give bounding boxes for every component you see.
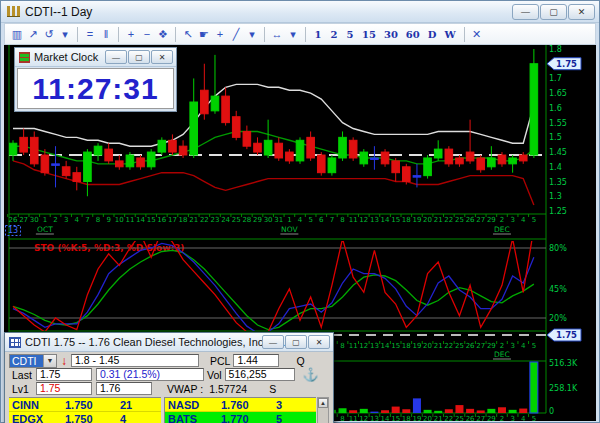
pointer-tool-icon[interactable]: ↖ — [180, 25, 196, 43]
level2-cell: 3 — [276, 398, 316, 411]
svg-text:5: 5 — [532, 216, 536, 224]
quote-window-body: CDTI ▼ ↓ 1.8 - 1.45 PCL 1.44 Q Last 1.75… — [7, 353, 331, 423]
draw-tool-dropdown-icon[interactable]: ▾ — [244, 25, 260, 43]
lv1-label: Lv1 — [9, 383, 36, 395]
horizontal-line-tool-icon[interactable]: = — [82, 25, 98, 43]
level2-cell: 4 — [120, 412, 160, 423]
svg-text:1.75: 1.75 — [556, 59, 577, 69]
svg-text:1.45: 1.45 — [549, 148, 567, 157]
svg-text:15: 15 — [147, 216, 156, 224]
close-chart-icon[interactable]: ✕ — [469, 25, 485, 43]
chart-style-dropdown-icon[interactable]: ▾ — [57, 25, 73, 43]
level2-row[interactable]: CINN1.75021 — [9, 398, 161, 412]
interval-60-button[interactable]: 60 — [402, 25, 424, 43]
svg-text:20: 20 — [423, 415, 432, 423]
clock-close-button[interactable]: ✕ — [151, 50, 173, 64]
level2-cell: 21 — [120, 398, 160, 411]
quote-close-button[interactable]: ✕ — [308, 335, 330, 349]
svg-text:2: 2 — [53, 216, 57, 224]
vol-label: Vol — [204, 369, 225, 381]
svg-text:1: 1 — [43, 216, 47, 224]
interval-2-button[interactable]: 2 — [326, 25, 342, 43]
candlestick-app-icon — [7, 6, 20, 17]
pcl-field[interactable]: 1.44 — [233, 354, 279, 367]
vertical-line-tool-icon[interactable]: ‖ — [98, 25, 114, 43]
level2-row[interactable]: EDGX1.7504 — [9, 412, 161, 423]
level2-row[interactable]: BATS1.7705 — [165, 412, 316, 423]
maximize-button[interactable]: ▢ — [540, 4, 567, 20]
s-flag: S — [266, 383, 279, 395]
level2-cell: 1.760 — [221, 398, 276, 411]
svg-text:16: 16 — [157, 216, 166, 224]
quote-window-titlebar[interactable]: CDTI 1.75 -- 1.76 Clean Diesel Technolog… — [5, 333, 333, 352]
scale-dropdown-icon[interactable]: ▾ — [285, 25, 301, 43]
svg-text:15: 15 — [391, 342, 400, 350]
candlestick-chart-icon[interactable]: ▥ — [9, 25, 25, 43]
svg-text:1.3: 1.3 — [549, 192, 562, 201]
bid-field[interactable]: 1.75 — [36, 382, 92, 395]
svg-text:5: 5 — [532, 415, 536, 423]
quote-minimize-button[interactable]: — — [262, 335, 284, 349]
symbol-combobox[interactable]: CDTI ▼ — [9, 354, 57, 368]
ask-field[interactable]: 1.76 — [96, 382, 152, 395]
last-price-field[interactable]: 1.75 — [36, 368, 92, 381]
svg-text:1.8: 1.8 — [549, 45, 562, 54]
level2-row[interactable]: NASD1.7603 — [165, 398, 316, 412]
horizontal-scale-icon[interactable]: ↔ — [269, 25, 285, 43]
svg-text:19: 19 — [412, 216, 421, 224]
line-chart-icon[interactable]: ↗ — [25, 25, 41, 43]
svg-text:23: 23 — [211, 216, 220, 224]
svg-text:1.6: 1.6 — [549, 104, 562, 113]
level2-scrollbar[interactable]: ▲ — [317, 397, 329, 423]
svg-text:3: 3 — [510, 342, 514, 350]
minimize-button[interactable]: — — [512, 4, 539, 20]
zoom-extents-icon[interactable]: ❖ — [155, 25, 171, 43]
refresh-icon[interactable]: ↺ — [41, 25, 57, 43]
q-flag: Q — [293, 355, 307, 367]
symbol-dropdown-icon[interactable]: ▼ — [43, 355, 56, 367]
zoom-in-icon[interactable]: + — [123, 25, 139, 43]
svg-text:25: 25 — [455, 415, 464, 423]
clock-minimize-button[interactable]: — — [105, 50, 127, 64]
svg-text:21: 21 — [434, 415, 443, 423]
svg-text:27: 27 — [476, 342, 485, 350]
svg-text:30: 30 — [264, 216, 273, 224]
anchor-icon[interactable]: ⚓ — [301, 367, 321, 382]
zoom-out-icon[interactable]: − — [139, 25, 155, 43]
market-clock-titlebar[interactable]: Market Clock — ▢ ✕ — [15, 48, 176, 67]
svg-text:9: 9 — [106, 216, 110, 224]
svg-text:27: 27 — [476, 216, 485, 224]
interval-day-button[interactable]: D — [424, 25, 441, 43]
chart-window-titlebar[interactable]: CDTI--1 Day — ▢ ✕ — [1, 1, 599, 23]
svg-text:26: 26 — [9, 216, 18, 224]
vwap-value: 1.57724 — [206, 383, 250, 395]
svg-text:45%: 45% — [549, 285, 567, 294]
level2-cell: NASD — [165, 398, 221, 411]
interval-5-button[interactable]: 5 — [342, 25, 358, 43]
pan-hand-tool-icon[interactable]: ☛ — [196, 25, 212, 43]
market-clock-display: 11:27:31 — [17, 68, 174, 109]
clock-maximize-button[interactable]: ▢ — [128, 50, 150, 64]
change-field[interactable]: 0.31 (21.5%) — [96, 368, 204, 381]
svg-text:DEC: DEC — [494, 225, 510, 234]
interval-week-button[interactable]: W — [440, 25, 459, 43]
quote-maximize-button[interactable]: ▢ — [285, 335, 307, 349]
scroll-up-icon[interactable]: ▲ — [318, 398, 328, 408]
draw-line-tool-icon[interactable]: ╱ — [228, 25, 244, 43]
interval-1-button[interactable]: 1 — [310, 25, 326, 43]
svg-text:13: 13 — [8, 226, 18, 235]
interval-15-button[interactable]: 15 — [358, 25, 380, 43]
symbol-value: CDTI — [10, 355, 43, 367]
svg-text:26: 26 — [466, 216, 475, 224]
level2-cell: CINN — [9, 398, 65, 411]
svg-text:20%: 20% — [549, 314, 567, 323]
close-button[interactable]: ✕ — [568, 4, 595, 20]
day-range-field[interactable]: 1.8 - 1.45 — [71, 354, 199, 367]
svg-text:14: 14 — [381, 216, 390, 224]
svg-text:11: 11 — [349, 415, 358, 423]
interval-30-button[interactable]: 30 — [380, 25, 402, 43]
last-label: Last — [9, 369, 36, 381]
crosshair-tool-icon[interactable]: + — [212, 25, 228, 43]
volume-field[interactable]: 516,255 — [225, 368, 295, 381]
svg-text:4: 4 — [75, 216, 80, 224]
